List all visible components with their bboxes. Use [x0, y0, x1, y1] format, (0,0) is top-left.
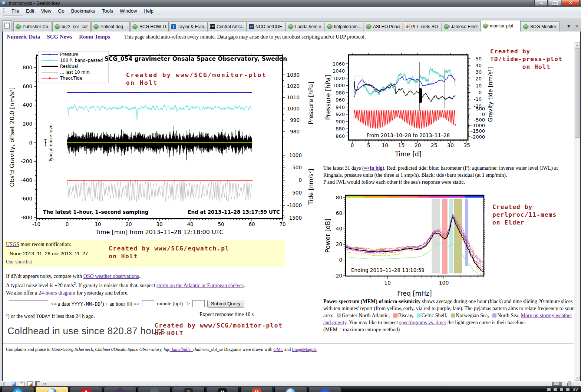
maximize-button[interactable] [548, 0, 561, 6]
menu-tools[interactable]: Tools [99, 7, 116, 14]
link-scg-news[interactable]: SCG News [47, 34, 72, 40]
language-indicator[interactable]: SV [572, 387, 578, 392]
svg-text:-1000: -1000 [287, 202, 302, 208]
menu-go[interactable]: Go [55, 7, 67, 14]
link-kanelbulle[interactable]: _kanelbulle_ [170, 347, 193, 352]
taskbar-seamonkey[interactable] [36, 387, 68, 392]
close-button[interactable]: ✕ [562, 0, 580, 6]
tab-patient-dog[interactable]: Patient dog –... [91, 21, 130, 31]
tab-monitor-plot[interactable]: monitor-plot [481, 20, 521, 31]
svg-text:20: 20 [415, 142, 421, 148]
svg-text:20: 20 [125, 221, 132, 227]
menu-edit[interactable]: Edit [23, 7, 37, 14]
credit-eqwatch: Created by www/SCG/eqwatch.plon Holt [109, 245, 230, 260]
paragraph-31days: The latest 31 days (=>in big). Red: pred… [323, 165, 578, 186]
taskbar-capture-app[interactable] [138, 387, 171, 392]
scrollbar[interactable]: ▲ ▼ [574, 42, 580, 381]
taskbar-x11[interactable]: X [206, 387, 239, 392]
composer-icon[interactable] [27, 381, 33, 386]
tab-ladda-hem-e[interactable]: Ladda hem e... [286, 21, 324, 31]
coldhead-status: Coldhead in use since 820.87 hours [7, 325, 165, 337]
svg-text:0: 0 [482, 112, 485, 117]
link-spectrograms-vs-time[interactable]: spectrograms vs. time [399, 320, 445, 325]
taskbar-tex-app[interactable]: T [172, 387, 205, 392]
security-lock-icon[interactable] [567, 383, 571, 386]
power-spectrum-plot: -2002040608010100Ending 2013–11–28 13:10… [324, 190, 495, 301]
tab-list-button[interactable] [2, 20, 12, 31]
link-24-hours-diagram[interactable]: 24-hours diagram [39, 290, 75, 296]
tab-taylor-fran[interactable]: TTaylor & Fran... [169, 21, 208, 31]
svg-text:5: 5 [367, 142, 370, 148]
scroll-thumb[interactable] [575, 48, 580, 138]
tab-publisher-co[interactable]: Publisher Co... [13, 21, 52, 31]
svg-text:40: 40 [187, 221, 193, 227]
navigator-icon[interactable] [12, 382, 16, 386]
tab-close-button[interactable]: × [574, 23, 580, 30]
link-imagemagick[interactable]: ImageMagick [292, 347, 317, 352]
link-storm-on-the-atlantic-or-european-shelves[interactable]: storm on the Atlantic or European shelve… [156, 283, 244, 288]
tab-tintpolerram[interactable]: tintpolerram... [325, 21, 363, 31]
minimize-button[interactable] [534, 0, 548, 6]
tray-volume-icon[interactable] [554, 388, 557, 391]
menu-window[interactable]: Window [116, 7, 140, 14]
taskbar-powerpoint[interactable]: P [240, 387, 273, 392]
link-gmt[interactable]: GMT [273, 347, 283, 352]
online-plug-icon[interactable] [552, 382, 562, 386]
svg-text:Gravity tide [nm/s²]: Gravity tide [nm/s²] [487, 67, 494, 122]
taskbar-skype[interactable]: S [1, 387, 34, 392]
tab-jameco-electr[interactable]: Jameco Electr... [442, 21, 480, 31]
menu-view[interactable]: View [37, 7, 55, 14]
auto-refresh-note: This page should auto-refresh every minu… [124, 34, 366, 40]
scroll-up-arrow[interactable]: ▲ [575, 42, 580, 47]
tab-asi-eo-princi[interactable]: ASI EO Princi... [364, 21, 402, 31]
svg-text:10: 10 [475, 83, 482, 89]
taskbar-adobe-reader[interactable]: A [70, 387, 102, 392]
mail-icon[interactable] [19, 382, 25, 386]
hour-input[interactable] [142, 300, 154, 307]
scroll-down-arrow[interactable]: ▼ [575, 376, 580, 381]
link-room-temps[interactable]: Room Temps [79, 34, 110, 40]
svg-text:60: 60 [248, 221, 255, 227]
minute-input[interactable] [192, 300, 205, 307]
superscript: 1 [100, 300, 102, 304]
menu-bookmarks[interactable]: Bookmarks [68, 7, 99, 14]
submit-query-button[interactable]: Submit Query [207, 300, 244, 308]
statusbar-grippy[interactable] [1, 382, 5, 386]
link-more-on-stormy-weather-and-gravity[interactable]: More on stormy weather and gravity [323, 313, 572, 325]
tab-central-articl[interactable]: CATSCentral Articl... [208, 21, 247, 31]
taskbar-media-app[interactable] [104, 387, 136, 392]
credit-coldhead: Created by www/SCG/monitor-ploton HOLT [155, 322, 283, 337]
menu-help[interactable]: Help [140, 7, 157, 14]
taskbar-blue-swirl[interactable]: e [308, 387, 341, 392]
svg-text:Power [dB]: Power [dB] [324, 219, 331, 253]
tab-pll-krets-so[interactable]: PLL-krets SO-... [403, 21, 441, 31]
usgs-link[interactable]: USGS [6, 242, 19, 247]
tab-bur2-snr-cor[interactable]: bur2_snr_cor_... [52, 21, 91, 31]
menubar-grippy[interactable] [3, 8, 4, 13]
svg-text:20: 20 [475, 76, 482, 82]
taskbar-internet-globe[interactable] [274, 387, 307, 392]
link-in-big[interactable]: =>in big [364, 165, 383, 171]
svg-text:940: 940 [336, 104, 345, 110]
link-numeric-data[interactable]: Numeric Data [7, 34, 40, 40]
tab-scg-how-to[interactable]: SCG HOW TO [130, 21, 169, 31]
chatzilla-icon[interactable]: cZ [43, 382, 47, 386]
tray-network-icon[interactable] [560, 388, 563, 391]
credit-line: on HOLT [155, 329, 283, 337]
link-oso-weather-observations[interactable]: OSO weather observations [83, 273, 139, 279]
usgs-shortlist-link[interactable]: Our shortlist [6, 259, 32, 265]
address-book-icon[interactable] [35, 381, 40, 386]
date-input[interactable] [9, 300, 48, 307]
tab-nco-netcdf[interactable]: sfNCO netCDF ... [247, 21, 285, 31]
windows-taskbar: SATXPe SV [0, 386, 581, 392]
tray-input-icon[interactable] [566, 388, 570, 391]
svg-text:40: 40 [336, 226, 342, 232]
menu-file[interactable]: File [8, 7, 23, 14]
tray-updates-icon[interactable] [547, 388, 551, 391]
credit-line: Created by www/SCG/eqwatch.pl [109, 245, 230, 252]
code-text: YYYY-MM-DD [72, 302, 100, 307]
taylor-francis-icon: T [171, 24, 176, 29]
svg-text:-1500: -1500 [287, 215, 302, 221]
tab-scg-monitor[interactable]: SCG-Monitor... [521, 21, 559, 31]
tab-dropdown-button[interactable]: ▼ [565, 23, 572, 30]
